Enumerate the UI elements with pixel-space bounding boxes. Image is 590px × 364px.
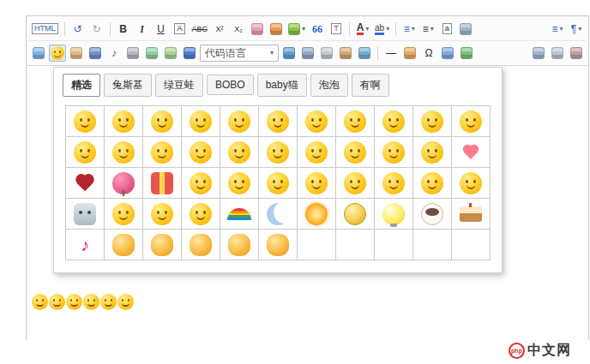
emoji-cell[interactable]	[259, 137, 298, 168]
strikethrough-button[interactable]: ABC	[190, 21, 210, 38]
emoji-cell[interactable]	[220, 106, 259, 137]
emoji-cell[interactable]	[298, 137, 336, 168]
emoji-cell[interactable]	[220, 168, 259, 199]
subscript-button[interactable]: X₂	[230, 21, 247, 38]
emoji-cell[interactable]	[105, 199, 143, 230]
emoji-cell[interactable]	[452, 106, 491, 137]
background-button[interactable]	[356, 45, 373, 62]
directory-button[interactable]	[299, 45, 316, 62]
emoji-cell[interactable]	[105, 137, 143, 168]
emoji-tab-paopao[interactable]: 泡泡	[310, 74, 348, 97]
emoji-cell[interactable]	[105, 106, 143, 137]
emoji-tab-babycat[interactable]: baby猫	[257, 74, 307, 97]
delete-table-button[interactable]	[568, 45, 585, 62]
emoji-tab-youa[interactable]: 有啊	[352, 74, 389, 97]
emoji-tab-greenfrog[interactable]: 绿豆蛙	[155, 74, 203, 97]
scrawl-button[interactable]	[68, 45, 85, 62]
edit-table-button[interactable]	[549, 45, 566, 62]
emoji-cell[interactable]	[336, 106, 375, 137]
undo-button[interactable]: ↺	[69, 21, 87, 38]
emoji-cell[interactable]	[452, 168, 491, 199]
attachment-button[interactable]	[124, 45, 141, 62]
emoji-cell[interactable]	[375, 106, 413, 137]
emoji-cell[interactable]	[143, 168, 182, 199]
emoji-cell[interactable]	[220, 137, 259, 168]
emoji-cell[interactable]	[452, 137, 491, 168]
emoji-cell[interactable]	[375, 137, 413, 168]
emoji-cell[interactable]	[413, 137, 452, 168]
todo-list-button[interactable]	[458, 45, 475, 62]
time-button[interactable]	[401, 45, 418, 62]
template-button[interactable]	[337, 45, 354, 62]
emoji-cell[interactable]	[182, 230, 220, 260]
emoji-tab-bobo[interactable]: BOBO	[207, 75, 254, 95]
map-button[interactable]	[162, 45, 179, 62]
emoji-cell[interactable]	[336, 137, 375, 168]
screenshot-button[interactable]	[143, 45, 160, 62]
search-replace-button[interactable]	[280, 45, 298, 62]
comment-button[interactable]	[439, 45, 456, 62]
emoji-cell[interactable]	[143, 230, 182, 260]
pagebreak-button[interactable]	[318, 45, 335, 62]
emoji-cell[interactable]	[66, 106, 105, 137]
font-color-button[interactable]: A▾	[354, 21, 371, 38]
music-button[interactable]: ♪	[105, 45, 123, 62]
emoji-cell[interactable]	[298, 106, 336, 137]
baidu-map-button[interactable]	[181, 45, 198, 62]
highlight-color-button[interactable]: ab▾	[373, 21, 391, 38]
emoji-cell[interactable]	[66, 168, 105, 199]
insert-frame-button[interactable]	[457, 21, 474, 38]
underline-button[interactable]: U	[153, 21, 170, 38]
emoji-cell[interactable]	[413, 106, 452, 137]
redo-button[interactable]: ↻	[88, 21, 105, 38]
horizontal-rule-button[interactable]: —	[382, 45, 400, 62]
emoji-cell[interactable]	[66, 199, 105, 230]
auto-typeset-button[interactable]: ▾	[286, 21, 307, 38]
insert-image-button[interactable]	[30, 45, 47, 62]
emoji-cell[interactable]	[220, 230, 259, 260]
emoji-tab-featured[interactable]: 精选	[63, 74, 100, 97]
emoji-cell[interactable]	[220, 199, 259, 230]
emoji-cell[interactable]	[336, 199, 375, 230]
unordered-list-button[interactable]: ≡▾	[419, 21, 436, 38]
emoji-cell[interactable]	[298, 199, 336, 230]
code-language-select[interactable]: 代码语言▾	[200, 45, 279, 62]
emoji-cell[interactable]	[182, 106, 220, 137]
italic-button[interactable]: I	[134, 21, 151, 38]
emoji-cell[interactable]	[375, 168, 413, 199]
remove-format-button[interactable]	[249, 21, 266, 38]
emoji-cell[interactable]	[259, 168, 298, 199]
text-style-button[interactable]: T	[328, 21, 345, 38]
emoji-cell[interactable]	[298, 168, 336, 199]
emoji-cell[interactable]: ♪	[66, 230, 105, 260]
html-source-button[interactable]: HTML	[30, 21, 60, 38]
insert-video-button[interactable]	[87, 45, 104, 62]
emoji-cell[interactable]	[143, 106, 182, 137]
emoji-cell[interactable]	[375, 199, 413, 230]
superscript-button[interactable]: X²	[211, 21, 228, 38]
emoji-cell[interactable]	[452, 199, 491, 230]
emoji-cell[interactable]	[182, 137, 220, 168]
emoji-tab-tuzki[interactable]: 兔斯基	[104, 74, 152, 97]
emotion-button[interactable]	[49, 45, 66, 62]
anchor-button[interactable]: a	[438, 21, 455, 38]
emoji-cell[interactable]	[143, 199, 182, 230]
emoji-cell[interactable]	[105, 230, 143, 260]
emoji-cell[interactable]	[336, 168, 375, 199]
paragraph-format-button[interactable]: ¶▾	[568, 21, 585, 38]
emoji-cell[interactable]	[413, 199, 452, 230]
emoji-cell[interactable]	[143, 137, 182, 168]
bold-button[interactable]: B	[115, 21, 132, 38]
emoji-cell[interactable]	[182, 168, 220, 199]
format-painter-button[interactable]	[268, 21, 285, 38]
emoji-cell[interactable]	[259, 106, 298, 137]
emoji-cell[interactable]	[66, 137, 105, 168]
emoji-cell[interactable]	[259, 230, 298, 260]
blockquote-button[interactable]: 66	[309, 21, 326, 38]
font-border-button[interactable]: A	[172, 21, 189, 38]
ordered-list-button[interactable]: ≡▾	[400, 21, 418, 38]
special-chars-button[interactable]: Ω	[420, 45, 437, 62]
insert-table-button[interactable]	[530, 45, 547, 62]
line-height-button[interactable]: ≡▾	[549, 21, 566, 38]
emoji-cell[interactable]	[182, 199, 220, 230]
